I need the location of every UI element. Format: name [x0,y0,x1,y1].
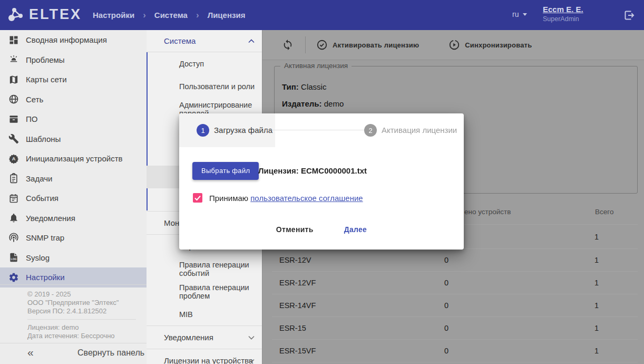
submenu-item-users-roles[interactable]: Пользователи и роли [147,75,262,98]
wizard-stepper: 1 Загрузка файла 2 Активация лицензии [179,113,464,147]
company-text: ООО "Предприятие "Элтекс" [27,299,136,307]
submenu-group-label: Лицензии на устройства [164,356,253,364]
sidebar-item-tasks[interactable]: Задачи [0,169,147,189]
clipboard-icon [8,173,19,184]
language-selector[interactable]: ru [512,10,527,18]
sidebar-item-syslog[interactable]: LOG Syslog [0,248,147,268]
sidebar-item-label: Карты сети [26,75,67,84]
sidebar-footer: © 2019 - 2025 ООО "Предприятие "Элтекс" … [0,284,147,343]
sidebar-item-network-maps[interactable]: Карты сети [0,70,147,90]
breadcrumb-system[interactable]: Система [154,11,188,20]
submenu-group-label: Система [164,36,196,45]
step-1-label: Загрузка файла [214,126,272,135]
breadcrumb-separator-icon: › [196,10,199,21]
breadcrumb-license[interactable]: Лицензия [208,11,246,20]
globe-icon [8,94,19,104]
gear-icon [8,272,19,283]
app-header: ELTEX Настройки › Система › Лицензия ru … [0,0,644,30]
dialog-actions: Отменить Далее [179,222,464,237]
sidebar-item-label: Уведомления [26,214,75,223]
submenu-group-system[interactable]: Система [147,30,262,52]
next-button[interactable]: Далее [341,225,370,234]
log-file-icon: LOG [8,252,19,263]
sidebar-item-templates[interactable]: Шаблоны [0,129,147,149]
podcast-icon [8,233,19,243]
sidebar-item-label: События [26,194,58,203]
sidebar-item-notifications[interactable]: Уведомления [0,208,147,228]
eltex-logo-icon [7,5,25,23]
accept-agreement-checkbox[interactable] [193,193,202,203]
svg-text:LOG: LOG [11,258,17,261]
expiry-text: Дата истечения: Бессрочно [27,332,136,340]
logout-icon [623,9,636,22]
submenu-item-access[interactable]: Доступ [147,52,262,75]
sidebar-item-label: Сеть [26,95,43,104]
main-sidebar: Сводная информация Проблемы Карты сети С… [0,30,147,364]
collapse-panel-label: Свернуть панель [77,348,144,358]
license-upload-dialog: 1 Загрузка файла 2 Активация лицензии Вы… [179,113,464,250]
submenu-group-notifications[interactable]: Уведомления [147,326,262,349]
user-name[interactable]: Eccm E. E. [543,5,583,14]
sidebar-item-label: Задачи [26,174,52,183]
chevron-down-icon [523,13,527,16]
sidebar-item-network[interactable]: Сеть [0,90,147,110]
version-text: Версия ПО: 2.4.1.812502 [27,307,136,315]
submenu-item-label: Доступ [179,60,204,68]
sidebar-item-label: SNMP trap [26,233,64,242]
submenu-item-label: MIB [179,310,193,319]
breadcrumb-separator-icon: › [143,10,146,21]
sidebar-item-device-init[interactable]: A Инициализация устройств [0,149,147,169]
sidebar-item-label: Проблемы [26,55,65,64]
sidebar-item-label: Syslog [26,253,50,262]
sidebar-item-events[interactable]: События [0,188,147,208]
user-menu[interactable]: Eccm E. E. SuperAdmin [543,5,583,23]
calendar-icon [8,193,19,204]
sidebar-item-snmp-trap[interactable]: SNMP trap [0,228,147,248]
logout-button[interactable] [623,9,636,22]
badge-a-icon: A [8,154,19,164]
language-value: ru [512,10,519,18]
sidebar-item-problems[interactable]: Проблемы [0,50,147,70]
storage-icon [8,114,19,124]
submenu-item-label: Правила генерации событий [179,261,262,277]
stepper-connector [265,130,364,130]
step-2-indicator: 2 [364,124,377,137]
breadcrumb: Настройки › Система › Лицензия [93,0,245,30]
collapse-panel-button[interactable]: « Свернуть панель [0,343,147,364]
checkmark-icon [193,193,202,203]
step-1-indicator: 1 [197,124,209,137]
alarm-icon [8,54,19,65]
sidebar-item-summary[interactable]: Сводная информация [0,30,147,50]
submenu-item-label: Правила генерации проблем [179,283,262,300]
sidebar-item-label: Сводная информация [26,35,107,44]
submenu-group-device-licenses[interactable]: Лицензии на устройства [147,349,262,364]
submenu-item-mib[interactable]: MIB [147,303,262,326]
submenu-group-label: Уведомления [164,333,213,342]
svg-text:A: A [12,156,16,161]
copyright-text: © 2019 - 2025 [27,290,136,299]
sidebar-item-label: Настройки [26,273,65,282]
breadcrumb-settings[interactable]: Настройки [93,11,134,20]
map-icon [8,74,19,85]
eltex-logo[interactable]: ELTEX [7,5,82,23]
footer-divider [27,319,136,320]
chevron-down-icon [248,359,255,363]
user-role: SuperAdmin [543,15,583,23]
sidebar-item-software[interactable]: ПО [0,109,147,129]
license-text: Лицензия: demo [27,323,136,332]
step-2-label: Активация лицензии [382,126,457,135]
choose-file-button[interactable]: Выбрать файл [192,162,259,180]
sidebar-item-label: Инициализация устройств [26,154,122,163]
bell-icon [8,213,19,223]
user-agreement-link[interactable]: пользовательское соглашение [250,194,363,203]
chevron-down-icon [248,336,255,340]
accept-agreement-label: Принимаю пользовательское соглашение [209,193,363,203]
dashboard-icon [8,35,19,45]
submenu-item-problem-rules[interactable]: Правила генерации проблем [147,280,262,303]
chevron-up-icon [248,39,255,43]
sidebar-item-label: Шаблоны [26,135,61,143]
double-chevron-left-icon: « [27,346,34,359]
submenu-item-label: Пользователи и роли [179,82,255,91]
submenu-item-event-rules[interactable]: Правила генерации событий [147,257,262,280]
cancel-button[interactable]: Отменить [273,225,317,234]
